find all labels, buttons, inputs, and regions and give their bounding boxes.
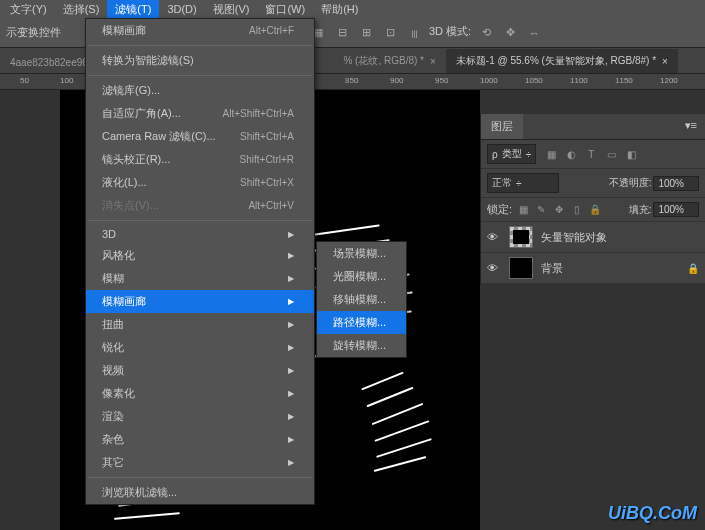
mode3d-label: 3D 模式: <box>429 24 471 42</box>
document-tab[interactable]: % (花纹, RGB/8) *× <box>333 49 445 73</box>
menu-separator <box>88 75 312 76</box>
menu-select[interactable]: 选择(S) <box>55 0 108 19</box>
align-icon[interactable]: ⊡ <box>381 24 399 42</box>
menu-last-filter[interactable]: 模糊画廊Alt+Ctrl+F <box>86 19 314 42</box>
menu-filter[interactable]: 滤镜(T) <box>107 0 159 19</box>
blend-mode-select[interactable]: 正常 ÷ <box>487 173 559 193</box>
menu-sharpen-sub[interactable]: 锐化▶ <box>86 336 314 359</box>
menu-blur-gallery-sub[interactable]: 模糊画廊▶ <box>86 290 314 313</box>
adjustment-filter-icon[interactable]: ◐ <box>564 147 578 161</box>
fill-value[interactable]: 100% <box>653 202 699 217</box>
lock-transparent-icon[interactable]: ▦ <box>516 203 530 217</box>
visibility-eye-icon[interactable]: 👁 <box>487 231 501 243</box>
menu-liquify[interactable]: 液化(L)...Shift+Ctrl+X <box>86 171 314 194</box>
ruler-tick: 1000 <box>480 76 498 85</box>
menu-label: 消失点(V)... <box>102 198 159 213</box>
layer-row[interactable]: 👁 矢量智能对象 <box>481 222 705 253</box>
menu-video-sub[interactable]: 视频▶ <box>86 359 314 382</box>
submenu-tilt-shift[interactable]: 移轴模糊... <box>317 288 406 311</box>
arrow-right-icon: ▶ <box>288 366 294 375</box>
layer-thumbnail[interactable] <box>509 226 533 248</box>
ruler-tick: 1050 <box>525 76 543 85</box>
menu-lens-correction[interactable]: 镜头校正(R)...Shift+Ctrl+R <box>86 148 314 171</box>
distribute-icon[interactable]: ⫼ <box>405 24 423 42</box>
menu-label: 滤镜库(G)... <box>102 83 160 98</box>
shortcut: Shift+Ctrl+A <box>240 131 294 142</box>
lock-artboard-icon[interactable]: ▯ <box>570 203 584 217</box>
tab-label: % (花纹, RGB/8) * <box>343 54 424 68</box>
arrow-right-icon: ▶ <box>288 251 294 260</box>
menu-stylize-sub[interactable]: 风格化▶ <box>86 244 314 267</box>
layer-name[interactable]: 背景 <box>541 261 563 276</box>
close-icon[interactable]: × <box>662 56 668 67</box>
menu-other-sub[interactable]: 其它▶ <box>86 451 314 474</box>
menu-label: 风格化 <box>102 248 135 263</box>
menu-adaptive-wide[interactable]: 自适应广角(A)...Alt+Shift+Ctrl+A <box>86 102 314 125</box>
shortcut: Alt+Shift+Ctrl+A <box>223 108 294 119</box>
select-label: 类型 <box>502 147 522 161</box>
submenu-field-blur[interactable]: 场景模糊... <box>317 242 406 265</box>
lock-icon[interactable]: 🔒 <box>687 263 699 274</box>
menu-blur-sub[interactable]: 模糊▶ <box>86 267 314 290</box>
menu-label: 转换为智能滤镜(S) <box>102 53 194 68</box>
layer-name[interactable]: 矢量智能对象 <box>541 230 607 245</box>
submenu-spin-blur[interactable]: 旋转模糊... <box>317 334 406 357</box>
panel-menu-icon[interactable]: ▾≡ <box>677 114 705 139</box>
align-icon[interactable]: ⊞ <box>357 24 375 42</box>
shape-filter-icon[interactable]: ▭ <box>604 147 618 161</box>
menu-distort-sub[interactable]: 扭曲▶ <box>86 313 314 336</box>
lock-brush-icon[interactable]: ✎ <box>534 203 548 217</box>
arrow-right-icon: ▶ <box>288 389 294 398</box>
menu-label: 自适应广角(A)... <box>102 106 181 121</box>
submenu-path-blur[interactable]: 路径模糊... <box>317 311 406 334</box>
opacity-value[interactable]: 100% <box>653 176 699 191</box>
menu-help[interactable]: 帮助(H) <box>313 0 366 19</box>
layers-panel: 图层 ▾≡ ρ 类型 ÷ ▦ ◐ T ▭ ◧ 正常 ÷ 不透明度: 100% 锁… <box>480 114 705 284</box>
menu-3d[interactable]: 3D(D) <box>159 1 204 17</box>
fill-label: 填充: <box>629 203 652 217</box>
arrow-right-icon: ▶ <box>288 297 294 306</box>
ruler-tick: 1200 <box>660 76 678 85</box>
orbit-icon[interactable]: ⟲ <box>477 24 495 42</box>
ruler-tick: 900 <box>390 76 403 85</box>
menu-browse-online[interactable]: 浏览联机滤镜... <box>86 481 314 504</box>
menu-label: 杂色 <box>102 432 124 447</box>
arrow-right-icon: ▶ <box>288 274 294 283</box>
document-tab-active[interactable]: 未标题-1 @ 55.6% (矢量智能对象, RGB/8#) *× <box>446 49 678 73</box>
pixel-filter-icon[interactable]: ▦ <box>544 147 558 161</box>
smart-filter-icon[interactable]: ◧ <box>624 147 638 161</box>
layer-row[interactable]: 👁 背景 🔒 <box>481 253 705 284</box>
ruler-tick: 100 <box>60 76 73 85</box>
menu-view[interactable]: 视图(V) <box>205 0 258 19</box>
blend-mode-label: 正常 <box>492 176 512 190</box>
pan-icon[interactable]: ✥ <box>501 24 519 42</box>
menubar: 文字(Y) 选择(S) 滤镜(T) 3D(D) 视图(V) 窗口(W) 帮助(H… <box>0 0 705 18</box>
filter-kind-select[interactable]: ρ 类型 ÷ <box>487 144 536 164</box>
menu-label: 移轴模糊... <box>333 292 386 307</box>
layer-thumbnail[interactable] <box>509 257 533 279</box>
visibility-eye-icon[interactable]: 👁 <box>487 262 501 274</box>
lock-label: 锁定: <box>487 202 512 217</box>
menu-pixelate-sub[interactable]: 像素化▶ <box>86 382 314 405</box>
submenu-iris-blur[interactable]: 光圈模糊... <box>317 265 406 288</box>
align-icon[interactable]: ⊟ <box>333 24 351 42</box>
menu-label: 扭曲 <box>102 317 124 332</box>
menu-convert-smart[interactable]: 转换为智能滤镜(S) <box>86 49 314 72</box>
arrow-right-icon: ▶ <box>288 412 294 421</box>
lock-all-icon[interactable]: 🔒 <box>588 203 602 217</box>
close-icon[interactable]: × <box>430 56 436 67</box>
menu-noise-sub[interactable]: 杂色▶ <box>86 428 314 451</box>
shortcut: Alt+Ctrl+F <box>249 25 294 36</box>
move-icon[interactable]: ↔ <box>525 24 543 42</box>
menu-filter-gallery[interactable]: 滤镜库(G)... <box>86 79 314 102</box>
menu-text[interactable]: 文字(Y) <box>2 0 55 19</box>
menu-label: 锐化 <box>102 340 124 355</box>
menu-camera-raw[interactable]: Camera Raw 滤镜(C)...Shift+Ctrl+A <box>86 125 314 148</box>
menu-render-sub[interactable]: 渲染▶ <box>86 405 314 428</box>
menu-separator <box>88 220 312 221</box>
menu-window[interactable]: 窗口(W) <box>257 0 313 19</box>
type-filter-icon[interactable]: T <box>584 147 598 161</box>
lock-position-icon[interactable]: ✥ <box>552 203 566 217</box>
panel-tab-layers[interactable]: 图层 <box>481 114 523 139</box>
menu-3d-sub[interactable]: 3D▶ <box>86 224 314 244</box>
